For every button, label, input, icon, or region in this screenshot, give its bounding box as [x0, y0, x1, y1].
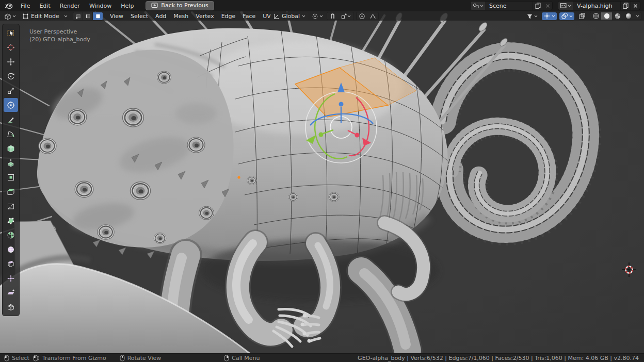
selected-vertex[interactable] [237, 176, 240, 178]
view-layer-selector[interactable]: V-alpha.high [558, 1, 640, 10]
shading-material-button[interactable] [612, 12, 623, 20]
tool-move[interactable] [4, 55, 18, 69]
statusbar: Select Transform From Gizmo Rotate View … [0, 353, 644, 362]
menu-view[interactable]: View [106, 13, 127, 20]
select-mode-edge-button[interactable] [83, 12, 93, 20]
menu-window[interactable]: Window [85, 1, 116, 11]
tool-knife[interactable] [4, 199, 18, 213]
topbar: File Edit Render Window Help Back to Pre… [0, 0, 644, 11]
scene-new-button[interactable] [533, 2, 543, 10]
menu-face[interactable]: Face [239, 13, 259, 20]
menu-file[interactable]: File [16, 1, 35, 11]
mouse-left-icon [4, 355, 9, 361]
chevron-down-icon [534, 15, 538, 18]
menu-vertex[interactable]: Vertex [192, 13, 217, 20]
tool-scale[interactable] [4, 84, 18, 97]
menu-help[interactable]: Help [116, 1, 138, 11]
viewport-3d[interactable]: Edit Mode View Select Add Mesh Vertex [0, 11, 644, 353]
tool-rip-region[interactable] [4, 300, 18, 314]
select-mode-vertex-button[interactable] [73, 12, 83, 20]
mouse-right-icon [224, 355, 229, 361]
view-layer-browse-button[interactable] [558, 2, 573, 10]
shading-wireframe-button[interactable] [590, 12, 601, 20]
tool-select-box[interactable] [4, 26, 18, 40]
editor-3d-viewport-icon [4, 13, 11, 20]
proportional-falloff-button[interactable] [367, 12, 378, 20]
pivot-point-selector[interactable] [310, 12, 325, 20]
tool-extrude-region[interactable] [4, 156, 18, 170]
material-shading-icon [614, 12, 621, 20]
show-gizmo-button[interactable] [542, 12, 557, 20]
viewport-3d-scene[interactable] [0, 11, 644, 353]
chevron-down-icon [480, 5, 484, 7]
proportional-editing-icon [359, 13, 365, 20]
chevron-down-icon [569, 15, 573, 18]
tool-smooth[interactable] [4, 242, 18, 256]
tool-rotate[interactable] [4, 69, 18, 83]
solid-shading-icon [603, 12, 610, 20]
gizmo-icon [543, 12, 551, 20]
select-mode-face-button[interactable] [93, 12, 103, 20]
menu-select[interactable]: Select [127, 13, 152, 20]
edit-mode-icon [22, 13, 29, 20]
blender-window: File Edit Render Window Help Back to Pre… [0, 0, 644, 362]
viewport-header-middle: Global [270, 12, 379, 20]
status-hint-rotate-view: Rotate View [120, 355, 162, 361]
transform-orientation-selector[interactable]: Global [270, 12, 308, 20]
shading-options-button[interactable] [634, 12, 641, 20]
snap-target-button[interactable] [338, 12, 353, 20]
tool-transform[interactable] [4, 98, 18, 112]
tool-cursor[interactable] [4, 40, 18, 54]
shading-solid-button[interactable] [601, 12, 612, 20]
view-layer-new-button[interactable] [620, 2, 631, 10]
snap-target-icon [341, 13, 347, 20]
menu-edge[interactable]: Edge [218, 13, 239, 20]
shading-mode-group [590, 12, 641, 20]
tool-shrink-fatten[interactable] [4, 271, 18, 285]
blender-logo-icon[interactable] [4, 2, 14, 10]
tool-inset-faces[interactable] [4, 170, 18, 184]
editor-type-button[interactable] [3, 12, 18, 20]
orientation-icon [273, 13, 280, 20]
mouse-left-drag-icon [33, 355, 40, 361]
mouse-middle-icon [120, 355, 125, 361]
pivot-icon [312, 13, 318, 20]
chevron-down-icon [302, 15, 305, 18]
viewport-header-right [525, 12, 641, 20]
chevron-down-icon [12, 15, 16, 18]
tool-add-cube[interactable] [4, 141, 18, 155]
scene-name[interactable]: Scene [485, 3, 533, 9]
chevron-down-icon [568, 5, 571, 7]
tool-spin[interactable] [4, 228, 18, 242]
scene-selector[interactable]: Scene [470, 1, 553, 10]
scene-browse-button[interactable] [471, 2, 485, 10]
tool-annotate[interactable] [4, 112, 18, 126]
chevron-down-icon [64, 15, 68, 18]
show-overlays-button[interactable] [559, 12, 574, 20]
back-screen-icon [151, 3, 158, 8]
view-layer-name[interactable]: V-alpha.high [573, 3, 620, 9]
view-layer-delete-button[interactable] [631, 2, 640, 10]
xray-icon [578, 12, 586, 20]
tool-bevel[interactable] [4, 185, 18, 199]
tool-measure[interactable] [4, 127, 18, 141]
menu-add[interactable]: Add [152, 13, 170, 20]
mesh-select-mode [73, 12, 103, 21]
tool-poly-build[interactable] [4, 213, 18, 227]
shading-rendered-button[interactable] [623, 12, 634, 20]
menu-edit[interactable]: Edit [35, 1, 55, 11]
status-hint-call-menu: Call Menu [224, 355, 260, 361]
back-to-previous-button[interactable]: Back to Previous [146, 1, 214, 10]
menu-render[interactable]: Render [55, 1, 85, 11]
view-perspective-label: User Perspective [29, 28, 90, 36]
tool-shear[interactable] [4, 286, 18, 300]
tool-edge-slide[interactable] [4, 257, 18, 271]
mode-selector[interactable]: Edit Mode [20, 12, 70, 20]
snap-toggle-button[interactable] [327, 12, 338, 20]
toggle-xray-button[interactable] [577, 12, 587, 20]
menu-mesh[interactable]: Mesh [170, 13, 192, 20]
object-visibility-filter-button[interactable] [525, 12, 539, 20]
viewport-header: Edit Mode View Select Add Mesh Vertex [0, 11, 644, 21]
proportional-editing-button[interactable] [357, 12, 367, 20]
scene-delete-button [543, 2, 552, 10]
